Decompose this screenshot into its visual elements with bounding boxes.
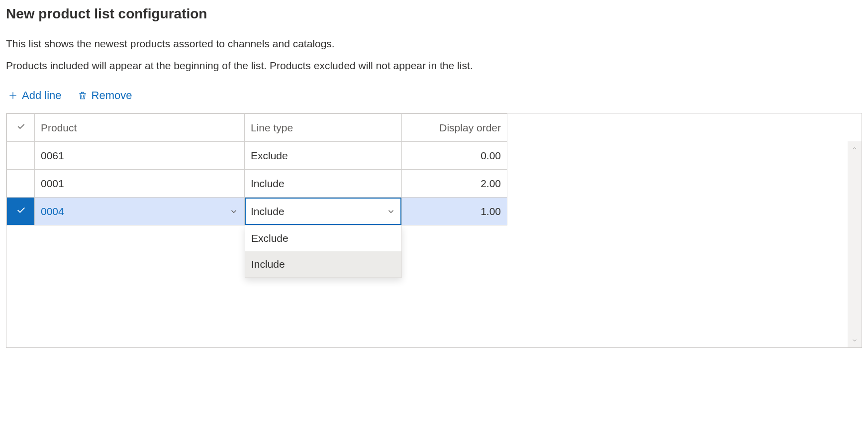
cell-product-value: 0004 [41,206,64,217]
chevron-down-icon[interactable] [386,207,395,216]
page-title: New product list configuration [6,6,862,22]
line-type-value: Include [251,206,285,217]
toolbar: Add line Remove [6,87,862,104]
cell-line-type[interactable]: Exclude [245,142,402,170]
cell-display-order[interactable]: 0.00 [402,142,507,170]
plus-icon [8,91,18,101]
cell-display-order[interactable]: 1.00 [402,198,507,225]
col-header-product[interactable]: Product [35,114,245,142]
product-table: Product Line type Display order 0061 Exc… [6,113,507,225]
chevron-up-icon [852,145,858,151]
check-icon [15,205,26,215]
check-all-header[interactable] [7,114,35,142]
line-type-dropdown: Exclude Include [245,225,402,278]
chevron-down-icon[interactable] [229,207,238,216]
col-header-line-type[interactable]: Line type [245,114,402,142]
table-row[interactable]: 0004 Include Exclude Include 1.00 [7,198,507,225]
check-icon [16,121,26,131]
table-row[interactable]: 0061 Exclude 0.00 [7,142,507,170]
cell-line-type[interactable]: Include Exclude Include [245,198,402,225]
vertical-scrollbar[interactable] [848,141,862,347]
cell-product[interactable]: 0061 [35,142,245,170]
add-line-button[interactable]: Add line [6,87,64,104]
row-checkbox[interactable] [7,170,35,198]
description-line-1: This list shows the newest products asso… [6,36,862,52]
cell-line-type[interactable]: Include [245,170,402,198]
line-type-select[interactable]: Include [245,198,401,225]
scroll-up-button[interactable] [848,141,862,155]
description-line-2: Products included will appear at the beg… [6,58,862,74]
cell-product[interactable]: 0004 [35,198,245,225]
dropdown-option-exclude[interactable]: Exclude [245,225,401,251]
trash-icon [78,91,88,101]
remove-label: Remove [92,89,132,102]
remove-button[interactable]: Remove [76,87,134,104]
add-line-label: Add line [22,89,62,102]
cell-product[interactable]: 0001 [35,170,245,198]
table-row[interactable]: 0001 Include 2.00 [7,170,507,198]
chevron-down-icon [852,337,858,343]
col-header-display-order[interactable]: Display order [402,114,507,142]
cell-display-order[interactable]: 2.00 [402,170,507,198]
scroll-down-button[interactable] [848,333,862,347]
row-checkbox[interactable] [7,142,35,170]
dropdown-option-include[interactable]: Include [245,251,401,277]
row-checkbox[interactable] [7,198,35,225]
grid-wrapper: Product Line type Display order 0061 Exc… [6,113,862,348]
